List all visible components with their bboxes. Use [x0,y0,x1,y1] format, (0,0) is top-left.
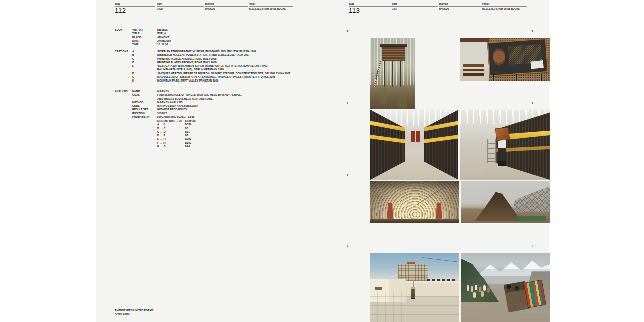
header-rule [392,6,438,7]
field-value: LOGARITHMIC SCALE: -13.68 [157,115,331,119]
photo-f-stadium-construction-site [461,181,550,223]
field-name: NAME [132,90,157,93]
photo-g-mausoleum-entrance [370,253,459,322]
caption-text: PRINTING PLATES ARCHIVE, ROME ITALY 2008 [157,57,331,61]
captions-section: CAPTIONS A SIBERIAN ETHNOGRAPHIC MUSEUM,… [115,50,331,83]
book-row: TIME 13:59:51 [115,43,331,46]
photo-label-d: D [532,102,533,104]
archive-shelf-right [424,110,458,180]
caption-text: 'BELUGA' A300-600R AIRBUS SUPER TRANSPOR… [157,64,331,68]
field-name: TITLE [132,32,157,35]
hut-ladder [374,60,382,87]
transition-value: 1/339 [185,123,191,126]
footer: PHENOTYPES/LIMITED FORMS Armin Linke [115,309,153,316]
right-header-col-analysis: analysis MARKOV [439,3,482,10]
photo-label-c: C [347,102,348,104]
part-label: part [157,3,204,5]
caption-key: F [132,72,157,75]
book-row: DATE 24/08/2010 [115,39,331,43]
photo-label-a: A [347,30,348,32]
field-name: VISITOR [132,28,157,32]
truck-wheels [506,284,511,289]
caption-key: G [132,75,157,79]
transition-value: 1/3 [185,127,188,130]
header-rule [439,6,482,7]
photo-h-mountain-pass-truck [461,253,550,322]
transition-value: 1/11 [185,130,190,133]
right-header-col-part: part 3 (1) [392,3,438,10]
field-value: 13:59:51 [157,43,331,46]
page-number: 113 [349,7,392,14]
transition-label: D → E: [157,134,185,137]
book-title: PHENOTYPES/LIMITED FORMS [115,309,153,312]
transition-table: STARTS WITH → A:53/28428 A → B:1/339 B →… [115,119,331,148]
cable-line [417,186,445,204]
red-rib-left [387,203,393,219]
red-rib-right [436,203,442,219]
field-value: ADMONT [157,36,331,39]
step-ladder [487,139,495,163]
transition-row: B → C:1/3 [115,127,331,130]
photo-label-b: B [532,30,533,32]
caption-text: RAUMFAHRTAUSTELLUNG), BERLIN GERMANY 199… [157,68,331,71]
analysis-row: PROBABILITY LOGARITHMIC SCALE: -13.68 [115,115,331,119]
section-label: BOOK [115,28,132,32]
photo-c-printing-plates-archive [370,110,458,180]
stadium-steel-structure [514,184,550,212]
analysis-row: RESULT SET HIGHEST PROBABILITY [115,108,331,111]
wooden-hut [382,46,405,61]
field-name: PROBABILITY [132,115,157,119]
book-author: Armin Linke [115,312,153,316]
caption-text: JACQUES HERZOG, PIERRE DE MEURON, OLIMPI… [157,72,331,75]
caption-key: A [132,50,157,53]
field-value: 24/08/2010 [157,39,331,43]
analysis-section: ANALYSIS NAME MARKOV GOAL FIND SEQUENCES… [115,90,331,119]
analysis-value: MARKOV [439,8,482,10]
field-value: MARKOV.JAVA ANALYSIS5.JAVA [157,104,331,108]
photo-a-pile-dwelling [370,38,415,109]
header-rule [482,6,527,7]
photo-label-h: H [532,245,533,247]
indicator-panel [487,38,548,76]
result-value: SELECTED FROM 28428 BOOKS [482,8,527,10]
soldier-figure [411,287,415,299]
caption-key: B [132,53,157,57]
page-label: page [349,3,392,5]
page-label: page [115,3,155,5]
field-value: WIR_4 [157,32,331,35]
caption-text: DISMISSED NUCLEAR POWER STATION, TRINO V… [157,53,331,57]
transition-value: 1/7 [185,134,188,137]
left-header-col-part: part 3 (1) [157,3,204,10]
book-row: TITLE WIR_4 [115,32,331,35]
field-value: HIGHEST PROBABILITY [157,108,331,111]
transition-row: D → E:1/7 [115,134,331,137]
analysis-row: CODE MARKOV.JAVA ANALYSIS5.JAVA [115,104,331,108]
left-header-col-result: result SELECTED FROM 28428 BOOKS [249,3,293,10]
transition-row: A → B:1/339 [115,123,331,126]
left-header-col-analysis: analysis MARKOV [205,3,248,10]
crowd-of-people [467,285,469,291]
caption-row: RAUMFAHRTAUSTELLUNG), BERLIN GERMANY 199… [115,68,331,71]
transition-row: F → H:1/162 [115,141,331,145]
archive-shelf-left [370,110,405,180]
field-value: DB1B0E [157,28,331,32]
photo-label-e: E [347,174,348,176]
book-row: PLACE ADMONT [115,36,331,39]
header-rule [205,6,248,7]
caption-key: E [132,64,157,68]
header-rule [249,6,293,7]
caption-row: B DISMISSED NUCLEAR POWER STATION, TRINO… [115,53,331,57]
caption-row: F JACQUES HERZOG, PIERRE DE MEURON, OLIM… [115,72,331,75]
caption-row: C PRINTING PLATES ARCHIVE, ROME ITALY 20… [115,57,331,61]
caption-text: MAUSOLEUM OF YASSER ARAFAT, ENTRANCE, RA… [157,75,331,79]
book-section: BOOK VISITOR DB1B0E TITLE WIR_4 PLACE AD… [115,28,331,46]
field-name: CODE [132,104,157,108]
photo-label-g: G [347,245,348,247]
field-value: AND IMAGES SEQUENCES THAT ARE RARE. [157,97,331,101]
transition-row: C → D:1/11 [115,130,331,134]
transition-value: 1/24 [185,145,190,148]
field-value: FIND SEQUENCES OF IMAGES THAT ARE USED B… [157,93,331,97]
analysis-value: MARKOV [205,8,248,10]
power-line [422,257,459,262]
result-value: SELECTED FROM 28428 BOOKS [249,8,293,10]
